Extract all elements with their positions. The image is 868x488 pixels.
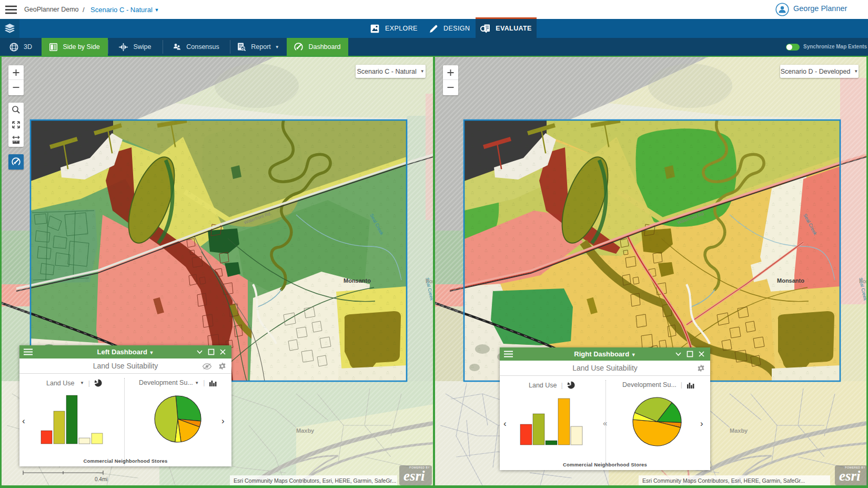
svg-text:0.4mi: 0.4mi bbox=[95, 476, 107, 482]
svg-text:Port: Port bbox=[859, 278, 866, 284]
svg-text:Maxby: Maxby bbox=[296, 427, 315, 434]
svg-text:Maxby: Maxby bbox=[730, 427, 748, 434]
svg-text:Monsanto: Monsanto bbox=[777, 277, 804, 284]
svg-text:Port: Port bbox=[426, 278, 433, 284]
svg-text:Monsanto: Monsanto bbox=[344, 277, 371, 284]
